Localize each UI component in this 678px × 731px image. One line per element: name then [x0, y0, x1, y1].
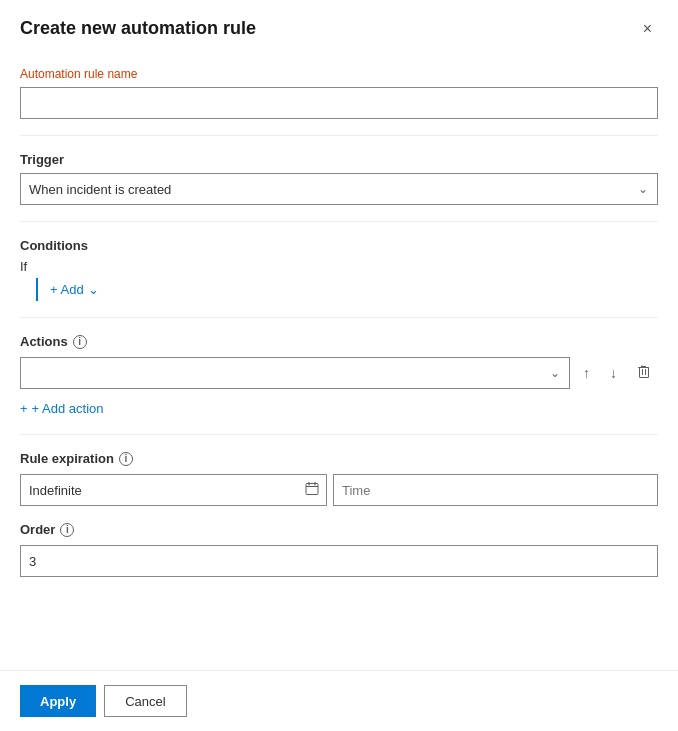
apply-button[interactable]: Apply [20, 685, 96, 717]
dialog-title: Create new automation rule [20, 18, 256, 39]
cancel-button[interactable]: Cancel [104, 685, 186, 717]
actions-select[interactable]: Assign owner Change severity Change stat… [20, 357, 570, 389]
conditions-label: Conditions [20, 238, 658, 253]
add-action-label: + Add action [32, 401, 104, 416]
delete-action-button[interactable] [630, 360, 658, 387]
conditions-if-label: If [20, 259, 658, 274]
expiration-date-wrapper [20, 474, 327, 506]
close-button[interactable]: × [637, 19, 658, 39]
order-label-text: Order [20, 522, 55, 537]
dialog-footer: Apply Cancel [0, 670, 678, 731]
automation-rule-name-section: Automation rule name [20, 51, 658, 136]
expiration-date-input[interactable] [20, 474, 327, 506]
actions-label: Actions i [20, 334, 658, 349]
trigger-label: Trigger [20, 152, 658, 167]
move-down-button[interactable]: ↓ [603, 360, 624, 386]
add-condition-label: + Add [50, 282, 84, 297]
trigger-select[interactable]: When incident is created When incident i… [20, 173, 658, 205]
rule-expiration-info-icon: i [119, 452, 133, 466]
trigger-section: Trigger When incident is created When in… [20, 136, 658, 222]
order-info-icon: i [60, 523, 74, 537]
conditions-section: Conditions If + Add ⌄ [20, 222, 658, 318]
automation-rule-name-label: Automation rule name [20, 67, 658, 81]
add-action-icon: + [20, 401, 28, 416]
delete-icon [637, 365, 651, 382]
automation-rule-name-input[interactable] [20, 87, 658, 119]
expiration-row [20, 474, 658, 506]
dialog-body: Automation rule name Trigger When incide… [0, 51, 678, 670]
add-action-button[interactable]: + + Add action [20, 399, 104, 418]
move-up-button[interactable]: ↑ [576, 360, 597, 386]
move-down-icon: ↓ [610, 365, 617, 381]
conditions-tree: + Add ⌄ [36, 278, 658, 301]
add-condition-chevron-icon: ⌄ [88, 282, 99, 297]
create-automation-dialog: Create new automation rule × Automation … [0, 0, 678, 731]
actions-select-wrapper: Assign owner Change severity Change stat… [20, 357, 570, 389]
move-up-icon: ↑ [583, 365, 590, 381]
trigger-select-wrapper: When incident is created When incident i… [20, 173, 658, 205]
add-condition-button[interactable]: + Add ⌄ [50, 278, 99, 301]
rule-expiration-label: Rule expiration i [20, 451, 658, 466]
order-label: Order i [20, 522, 658, 537]
order-input[interactable] [20, 545, 658, 577]
dialog-header: Create new automation rule × [0, 0, 678, 51]
actions-label-text: Actions [20, 334, 68, 349]
rule-expiration-label-text: Rule expiration [20, 451, 114, 466]
actions-row: Assign owner Change severity Change stat… [20, 357, 658, 389]
actions-section: Actions i Assign owner Change severity C… [20, 318, 658, 435]
expiration-time-input[interactable] [333, 474, 658, 506]
actions-info-icon: i [73, 335, 87, 349]
rule-expiration-section: Rule expiration i [20, 435, 658, 593]
